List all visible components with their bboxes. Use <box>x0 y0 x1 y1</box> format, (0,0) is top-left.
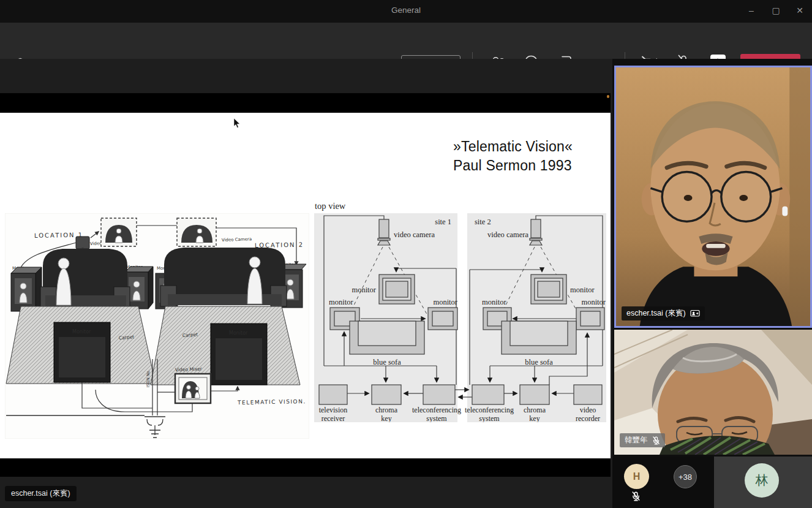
slide-title-line2: Paul Sermon 1993 <box>453 156 594 175</box>
slide-title: »Telematic Vision« Paul Sermon 1993 <box>453 137 594 175</box>
title-bar: General – ▢ ✕ <box>0 0 812 23</box>
svg-text:Video Mixer: Video Mixer <box>175 366 203 373</box>
meeting-toolbar: --:-- 要求控制 人員 聊天 <box>0 23 812 59</box>
slide-letterbox-top <box>0 93 611 113</box>
presenting-badge-icon <box>690 309 700 317</box>
svg-text:system: system <box>479 414 500 422</box>
overflow-count-badge[interactable]: +38 <box>674 465 697 488</box>
site-diagram: site 1 video camera monitor monitor moni… <box>314 213 606 422</box>
mouse-cursor <box>233 118 241 129</box>
svg-text:Monitor: Monitor <box>229 330 248 336</box>
svg-text:site 2: site 2 <box>475 218 491 226</box>
slide-letterbox-bottom <box>0 458 611 477</box>
svg-text:video camera: video camera <box>487 230 528 239</box>
svg-text:monitor: monitor <box>351 286 376 294</box>
diagram-top-view-label: top view <box>315 201 345 211</box>
slide-title-line1: »Telematic Vision« <box>453 137 594 156</box>
presenter-name-pill: escher.tsai (來賓) <box>5 486 77 501</box>
participant-name: 韓豐年 <box>625 435 648 445</box>
svg-text:monitor: monitor <box>570 286 595 294</box>
participant-avatar-h[interactable]: H <box>624 464 649 489</box>
svg-text:key: key <box>529 414 539 422</box>
svg-text:ISDN No.: ISDN No. <box>146 370 151 387</box>
svg-text:monitor: monitor <box>433 298 457 306</box>
svg-text:monitor: monitor <box>581 298 606 306</box>
svg-text:site 1: site 1 <box>435 218 451 226</box>
telematic-vision-sketch: Video Camera Video Camera LOCATION 1 LOC… <box>5 213 309 439</box>
svg-text:teleconferencing: teleconferencing <box>465 406 514 414</box>
video-tile-han[interactable]: 韓豐年 <box>614 330 812 455</box>
svg-text:blue sofa: blue sofa <box>525 358 553 366</box>
participants-sidebar: escher.tsai (來賓) <box>612 59 812 508</box>
shared-screen-stage: »Telematic Vision« Paul Sermon 1993 top … <box>0 59 612 508</box>
svg-text:video camera: video camera <box>394 230 435 239</box>
svg-text:blue sofa: blue sofa <box>373 358 401 366</box>
svg-text:monitor: monitor <box>329 298 353 306</box>
presenter-recording-dot <box>607 95 609 98</box>
maximize-icon[interactable]: ▢ <box>764 0 788 21</box>
svg-text:monitor: monitor <box>482 298 506 306</box>
svg-text:Monitor: Monitor <box>72 329 91 335</box>
participant-avatar-lin: 林 <box>745 463 779 498</box>
svg-text:teleconferencing: teleconferencing <box>412 406 461 414</box>
video-tile-escher[interactable]: escher.tsai (來賓) <box>614 66 812 328</box>
svg-text:chroma: chroma <box>375 406 398 414</box>
participants-strip: H +38 林 <box>612 457 812 508</box>
svg-text:television: television <box>319 406 348 414</box>
svg-text:chroma: chroma <box>524 406 546 414</box>
muted-mic-icon <box>652 436 660 445</box>
presentation-slide: »Telematic Vision« Paul Sermon 1993 top … <box>0 113 611 458</box>
svg-text:system: system <box>426 414 447 422</box>
minimize-icon[interactable]: – <box>739 0 764 21</box>
close-icon[interactable]: ✕ <box>788 0 812 21</box>
svg-text:key: key <box>381 414 391 422</box>
meeting-window: General – ▢ ✕ --:-- 要求控制 人員 <box>0 0 812 508</box>
window-title: General <box>0 6 812 15</box>
participant-name-pill: 韓豐年 <box>620 433 665 447</box>
muted-mic-icon <box>631 491 641 501</box>
svg-text:receiver: receiver <box>321 414 345 422</box>
participant-name: escher.tsai (來賓) <box>626 308 686 319</box>
svg-text:LOCATION 1: LOCATION 1 <box>34 232 83 239</box>
svg-text:recorder: recorder <box>576 414 600 422</box>
svg-text:Carpet: Carpet <box>119 334 135 341</box>
svg-text:Carpet: Carpet <box>182 332 198 338</box>
participant-name-pill: escher.tsai (來賓) <box>622 306 705 320</box>
svg-text:video: video <box>580 406 596 414</box>
avatar-tile-lin[interactable]: 林 <box>714 457 812 508</box>
svg-text:TELEMATIC VISION.: TELEMATIC VISION. <box>237 398 306 406</box>
video-feed-escher <box>616 67 810 326</box>
